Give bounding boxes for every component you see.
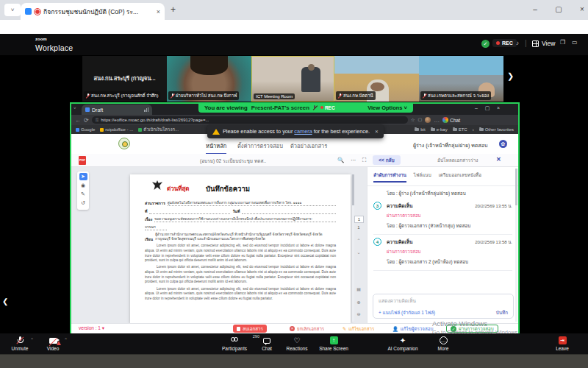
bookmarks-overflow[interactable]: › bbox=[473, 127, 474, 132]
extensions-icon[interactable]: ⬡ bbox=[418, 117, 423, 123]
share-arrow-icon: ↑ bbox=[330, 336, 338, 344]
shared-tab-search[interactable]: ˅ bbox=[74, 106, 76, 110]
panel-tab-numbering[interactable]: เตรียมออกเลขหนังสือ bbox=[439, 171, 481, 183]
shared-browser-tab[interactable]: Draft bbox=[82, 105, 152, 115]
document-page[interactable]: ด่วนที่สุด บันทึกข้อความ ส่วนราชการ ศูนย… bbox=[130, 174, 351, 323]
star-icon[interactable]: ☆ bbox=[411, 117, 415, 123]
window-minimize-button[interactable]: – bbox=[526, 3, 544, 16]
video-options-caret[interactable]: ⌃ bbox=[64, 337, 68, 342]
page-down-icon[interactable]: ⌄ bbox=[354, 250, 363, 255]
cancel-document-button[interactable]: × ยกเลิกเอกสาร bbox=[286, 325, 328, 333]
shared-back-icon[interactable]: ← bbox=[75, 117, 81, 124]
tab-title: กิจกรรมชุมชนนักปฏิบัติ (CoP) ระ... bbox=[43, 7, 154, 17]
attach-file-link[interactable]: + แนบไฟล์ (จำกัดแค่ 1 ไฟล์) bbox=[379, 309, 435, 316]
browser-tab[interactable]: กิจกรรมชุมชนนักปฏิบัติ (CoP) ระ... × bbox=[21, 3, 165, 20]
delete-document-button[interactable]: ลบเอกสาร bbox=[233, 325, 267, 333]
upload-draft-label[interactable]: อัปโหลดเอกสารร่าง bbox=[437, 157, 478, 164]
chat-button[interactable]: Chat bbox=[256, 336, 278, 351]
comment-tool-icon[interactable]: ◉ bbox=[79, 182, 87, 189]
participant-label: สนง.กษ.ปัตตานี bbox=[336, 91, 376, 100]
ministry-logo bbox=[118, 138, 130, 149]
shared-min-button[interactable]: – bbox=[472, 105, 481, 110]
participant-tile-rayong[interactable]: สนง.เกษตรและสหกรณ์ จ.ระยอง bbox=[419, 56, 503, 102]
shared-more-icon[interactable]: … bbox=[434, 117, 440, 124]
search-icon[interactable]: 🔍 bbox=[337, 157, 344, 163]
view-options-button[interactable]: View Options ˅ bbox=[368, 105, 407, 111]
participants-icon bbox=[231, 337, 238, 344]
pen-tool-icon[interactable]: ✎ bbox=[79, 191, 87, 198]
cancel-icon: × bbox=[290, 326, 295, 331]
window-close-button[interactable]: × bbox=[573, 3, 588, 16]
edit-reviewer-button[interactable]: 👤 แก้ไขผู้ตรวจสอบ bbox=[389, 325, 437, 333]
panel-scrollbar[interactable] bbox=[515, 169, 517, 322]
camera-link[interactable]: camera bbox=[294, 128, 312, 135]
ai-companion-button[interactable]: ✦ AI Companion bbox=[382, 336, 423, 351]
toast-close-button[interactable]: × bbox=[375, 128, 379, 135]
unmute-button[interactable]: ⌃ Unmute bbox=[6, 336, 34, 351]
chevron-left-icon[interactable]: ❮ bbox=[2, 297, 8, 305]
participant-tile-pattani[interactable]: สนง.กษ.ปัตตานี bbox=[334, 56, 419, 102]
copilot-icon bbox=[442, 117, 448, 123]
bookmark-roipdoffice[interactable]: roipdoffice - ... bbox=[100, 127, 133, 132]
edit-document-button[interactable]: ✎ แก้ไขเอกสาร bbox=[339, 325, 378, 333]
tab-close-button[interactable]: × bbox=[157, 8, 160, 15]
ellipsis-icon: … bbox=[440, 336, 448, 344]
comment-box[interactable]: แสดงความคิดเห็น + แนบไฟล์ (จำกัดแค่ 1 ไฟ… bbox=[373, 294, 514, 319]
shared-avatar[interactable] bbox=[425, 117, 431, 123]
shared-close-button[interactable]: × bbox=[494, 105, 503, 110]
zoom-out-icon[interactable]: ⊖ bbox=[354, 311, 363, 316]
panel-tab-attachments[interactable]: ไฟล์แนบ bbox=[414, 171, 431, 183]
pointer-tool-icon[interactable]: ➤ bbox=[79, 173, 87, 180]
video-button[interactable]: ⌃ Video bbox=[38, 336, 68, 351]
shared-reload-icon[interactable]: ⟳ bbox=[84, 117, 89, 124]
zoom-minimize-icon[interactable]: ❐ bbox=[560, 39, 565, 46]
share-screen-button[interactable]: ↑ Share Screen bbox=[315, 336, 353, 351]
reactions-button[interactable]: ♡ Reactions bbox=[282, 336, 312, 351]
divider: | bbox=[525, 39, 527, 47]
other-favorites[interactable]: Other favorites bbox=[479, 127, 514, 132]
participant-tile-saraburi[interactable]: สนง.กน.สระบุรี (กาญจน... สนง.กษ.สระบุรี … bbox=[82, 56, 167, 102]
tab-sample-documents[interactable]: ตัวอย่างเอกสาร bbox=[290, 141, 327, 150]
bookmark-google[interactable]: Google bbox=[76, 127, 95, 132]
screen-share-banner: You are viewing Present-PAT's screen REC… bbox=[198, 102, 413, 113]
thumbnail-view-icon[interactable]: ▤ bbox=[354, 286, 363, 291]
zoom-in-icon[interactable]: ⊕ bbox=[354, 300, 363, 305]
tab-home[interactable]: หน้าหลัก bbox=[206, 141, 226, 155]
undo-tool-icon[interactable]: ↺ bbox=[79, 199, 87, 207]
mic-options-caret[interactable]: ⌃ bbox=[30, 337, 34, 342]
shared-address-bar[interactable]: ⚿ https://eoffice.moac.go.th/draft/draft… bbox=[92, 116, 408, 124]
bookmark-sheet[interactable]: ตัวเบิกเงินโครงก... bbox=[138, 126, 179, 133]
tab-review-settings[interactable]: ตั้งค่าการตรวจสอบ bbox=[237, 141, 283, 150]
upload-close-icon[interactable]: ✕ bbox=[496, 156, 501, 163]
panel-tab-workflow[interactable]: ลำดับการทำงาน bbox=[373, 171, 406, 183]
new-tab-button[interactable]: + bbox=[171, 4, 176, 15]
participants-button[interactable]: 290 Participants bbox=[218, 336, 251, 351]
tab-search-button[interactable]: ˅ bbox=[4, 4, 21, 16]
comment-placeholder: แสดงความคิดเห็น bbox=[379, 297, 508, 305]
participant-tile-ict-room[interactable]: ICT Meeting Room bbox=[251, 56, 334, 102]
person-icon: 👤 bbox=[392, 326, 398, 332]
activate-windows-watermark: Activate Windows bbox=[432, 319, 487, 328]
gear-icon[interactable]: ✿ bbox=[499, 140, 507, 148]
window-maximize-button[interactable]: ▢ bbox=[550, 3, 567, 16]
page-number-input[interactable]: 1 bbox=[354, 216, 364, 223]
save-comment-button[interactable]: บันทึก bbox=[496, 309, 508, 316]
bookmark-folder-etc[interactable]: ETC bbox=[453, 127, 467, 132]
audio-settings-icon[interactable]: ♪ bbox=[516, 40, 519, 46]
version-dropdown[interactable]: version : 1 ▾ bbox=[79, 325, 104, 331]
next-videos-arrow[interactable]: ❯ bbox=[507, 71, 514, 81]
participant-tile-buengkan[interactable]: ฝ่ายบริหารทั่วไป สนง.กษ.บึงกาฬ bbox=[167, 56, 251, 102]
shared-chat-button[interactable]: Chat bbox=[442, 117, 460, 123]
shared-max-button[interactable]: ▢ bbox=[483, 105, 492, 111]
bookmark-folder-ebay[interactable]: e-bay bbox=[431, 127, 448, 132]
pdf-more-icon[interactable]: ⋯ bbox=[351, 157, 356, 163]
fullscreen-icon[interactable]: ⛶ bbox=[362, 157, 366, 164]
back-button-chip[interactable]: << กลับ bbox=[373, 155, 401, 165]
bookmark-folder-bit[interactable]: bit bbox=[415, 127, 425, 132]
mic-muted-icon bbox=[313, 105, 317, 110]
view-button[interactable]: View bbox=[532, 40, 555, 47]
leave-button[interactable]: ⇥ Leave bbox=[550, 336, 575, 351]
more-button[interactable]: … More bbox=[432, 336, 454, 351]
zoom-restore-icon[interactable]: ▭ bbox=[572, 39, 578, 46]
page-up-icon[interactable]: ⌃ bbox=[354, 238, 363, 243]
